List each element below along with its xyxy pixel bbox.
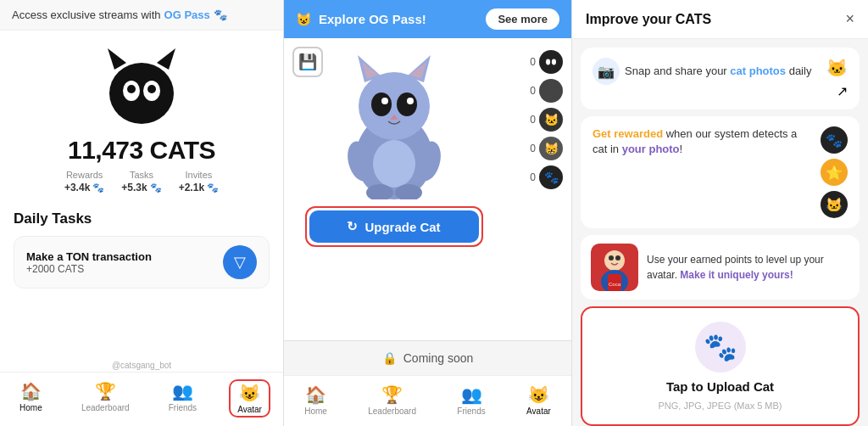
task-title: Make a TON transaction (26, 250, 152, 263)
stat-invites-value: +2.1k 🐾 (179, 182, 219, 193)
svg-point-21 (373, 140, 415, 188)
avatar-icon: 😺 (239, 383, 260, 403)
stats-row: Rewards +3.4k 🐾 Tasks +5.3k 🐾 Invites +2… (64, 170, 219, 193)
task-reward: +2000 CATS (26, 263, 152, 275)
cats-count: 11,473 CATS (68, 136, 215, 165)
invites-icon: 🐾 (207, 182, 219, 193)
mid-avatar-icon: 😺 (528, 384, 549, 405)
mid-friends-icon: 👥 (461, 384, 482, 405)
og-header-title: Explore OG Pass! (319, 12, 426, 26)
mid-nav-avatar[interactable]: 😺 Avatar (520, 383, 558, 418)
upgrade-cat-button[interactable]: ↻ Upgrade Cat (309, 210, 479, 243)
stat-rewards: Rewards +3.4k 🐾 (64, 170, 104, 193)
upgrade-btn-wrap: ↻ Upgrade Cat (305, 206, 483, 247)
tasks-icon: 🐾 (150, 182, 162, 193)
nav-home[interactable]: 🏠 Home (13, 379, 49, 418)
svg-point-33 (604, 250, 625, 271)
cat-item-icon-2: 🐱 (539, 108, 563, 132)
paw-upload-icon: 🐾 (704, 331, 737, 363)
svg-point-9 (359, 72, 430, 140)
cat-dark-icon: 🐱 (821, 191, 848, 218)
avatar-card: Coca Use your earned points to level up … (581, 235, 860, 300)
snap-share-card: 📷 Snap and share your cat photos daily 🐱… (581, 48, 860, 109)
mid-nav-home[interactable]: 🏠 Home (298, 383, 334, 418)
nav-friends-label: Friends (169, 403, 197, 412)
cat-item-count-4: 0 (530, 171, 536, 183)
nav-leaderboard-label: Leaderboard (81, 403, 130, 412)
mid-bottom-nav: 🏠 Home 🏆 Leaderboard 👥 Friends 😺 Avatar (284, 375, 571, 426)
cat-item-3: 0 😸 (504, 137, 563, 160)
stat-invites-label: Invites (185, 170, 212, 180)
stat-rewards-label: Rewards (66, 170, 103, 180)
svg-point-5 (127, 85, 136, 93)
svg-point-0 (109, 63, 174, 124)
task-card: Make a TON transaction +2000 CATS ▽ (14, 236, 270, 289)
get-rewarded-card: Get rewarded when our system detects a c… (581, 116, 860, 228)
upload-title: Tap to Upload Cat (666, 379, 774, 394)
cat-display: 💾 (292, 47, 495, 332)
left-bottom-nav: 🏠 Home 🏆 Leaderboard 👥 Friends 😺 Avatar (0, 372, 283, 426)
upgrade-icon: ↻ (347, 219, 358, 234)
snap-share-text: Snap and share your cat photos daily (625, 64, 818, 79)
svg-point-27 (546, 59, 550, 65)
nav-leaderboard[interactable]: 🏆 Leaderboard (75, 379, 136, 418)
upload-card[interactable]: 🐾 Tap to Upload Cat PNG, JPG, JPEG (Max … (581, 306, 860, 426)
snap-share-content: 📷 Snap and share your cat photos daily (593, 58, 818, 85)
share-icon: ↗ (837, 83, 848, 99)
mid-nav-friends-label: Friends (457, 406, 485, 416)
cat-item-count-2: 0 (530, 114, 536, 126)
nav-home-label: Home (19, 403, 42, 412)
og-banner-text: Access exclusive streams with (12, 8, 161, 21)
svg-point-15 (397, 92, 417, 116)
rewards-icon: 🐾 (92, 182, 104, 193)
right-title: Improve your CATS (586, 12, 711, 27)
cat-item-icon-0 (539, 50, 563, 74)
task-action-button[interactable]: ▽ (223, 245, 257, 279)
leaderboard-icon: 🏆 (95, 381, 116, 401)
coming-soon-text: Coming soon (403, 351, 474, 365)
mid-panel: 😺 Explore OG Pass! See more 💾 (284, 0, 572, 426)
cat-items-list: 0 0 (504, 47, 563, 332)
og-pass-link[interactable]: OG Pass (164, 8, 210, 21)
mid-nav-friends[interactable]: 👥 Friends (450, 383, 492, 418)
cat-item-0: 0 (504, 50, 563, 74)
lock-icon: 🔒 (382, 351, 397, 365)
stat-tasks: Tasks +5.3k 🐾 (121, 170, 161, 193)
mid-nav-leaderboard-label: Leaderboard (368, 406, 416, 416)
cat-figure (339, 47, 449, 199)
see-more-button[interactable]: See more (486, 8, 559, 30)
og-banner: Access exclusive streams with OG Pass 🐾 (0, 0, 283, 31)
mid-nav-home-label: Home (304, 406, 327, 416)
stat-tasks-label: Tasks (130, 170, 153, 180)
cat-item-4: 0 🐾 (504, 165, 563, 189)
upgrade-label: Upgrade Cat (364, 220, 440, 234)
cat-item-1: 0 (504, 79, 563, 103)
save-icon[interactable]: 💾 (292, 47, 323, 77)
home-icon: 🏠 (20, 381, 42, 401)
nav-friends[interactable]: 👥 Friends (162, 379, 203, 418)
stat-tasks-value: +5.3k 🐾 (121, 182, 161, 193)
upload-paw-icon: 🐾 (695, 322, 746, 373)
get-rewarded-content: Get rewarded when our system detects a c… (593, 126, 812, 157)
svg-point-7 (138, 97, 145, 102)
svg-text:Coca: Coca (609, 282, 621, 287)
cat-avatar (99, 44, 184, 129)
og-header-left: 😺 Explore OG Pass! (296, 12, 426, 27)
rewarded-icons: 🐾 ⭐ 🐱 (821, 126, 848, 218)
stat-rewards-value: +3.4k 🐾 (64, 182, 104, 193)
svg-point-14 (371, 92, 392, 116)
daily-tasks-heading: Daily Tasks (0, 200, 283, 233)
mid-nav-leaderboard[interactable]: 🏆 Leaderboard (361, 383, 423, 418)
svg-point-35 (609, 255, 614, 261)
avatar-thumbnail: Coca (591, 244, 638, 291)
task-info: Make a TON transaction +2000 CATS (26, 250, 152, 275)
nav-avatar[interactable]: 😺 Avatar (229, 379, 270, 418)
cat-item-count-0: 0 (530, 56, 536, 68)
svg-marker-1 (108, 48, 126, 70)
nav-avatar-label: Avatar (237, 405, 262, 414)
mid-home-icon: 🏠 (305, 384, 326, 405)
coming-soon-bar: 🔒 Coming soon (284, 340, 571, 375)
close-button[interactable]: × (845, 10, 854, 28)
svg-point-16 (381, 98, 388, 104)
account-tag: @catsgang_bot (0, 361, 283, 372)
